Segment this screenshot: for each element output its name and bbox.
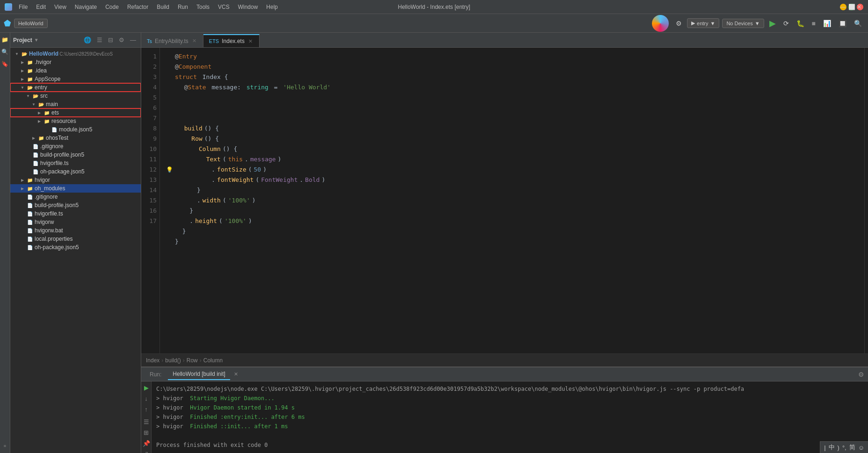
tab-index-close[interactable]: ✕ [247, 38, 253, 45]
tree-main-label: main [46, 101, 58, 108]
activity-project-icon[interactable]: 📁 [1, 36, 9, 44]
tree-item-appscope[interactable]: ▶ 📁 AppScope [10, 75, 141, 83]
tree-item-oh-modules[interactable]: ▶ 📁 oh_modules [10, 184, 141, 193]
tree-item-build-profile-entry[interactable]: ▶ 📄 build-profile.json5 [10, 151, 141, 159]
tab-helloworld-build[interactable]: HelloWorld [build init] [168, 369, 230, 380]
menu-build[interactable]: Build [153, 3, 173, 11]
entry-selector[interactable]: ▶ entry ▼ [687, 18, 719, 28]
breadcrumb-column[interactable]: Column [203, 357, 223, 364]
menu-run[interactable]: Run [174, 3, 192, 11]
tree-item-ohostest[interactable]: ▶ 📁 ohosTest [10, 134, 141, 142]
run-print-icon[interactable]: 🖨 [142, 450, 150, 453]
activity-search-icon[interactable]: 🔍 [1, 48, 9, 56]
tree-item-resources[interactable]: ▶ 📁 resources [10, 117, 141, 125]
tab-entry-ability-close[interactable]: ✕ [191, 37, 197, 44]
breadcrumb: Index › build() › Row › Column [141, 353, 868, 367]
run-list-icon[interactable]: ☰ [143, 417, 150, 426]
ime-item-4[interactable]: 简 [849, 443, 855, 452]
tree-item-hvigorw-bat[interactable]: ▶ 📄 hvigorw.bat [10, 226, 141, 235]
minimize-button[interactable]: — [840, 4, 846, 10]
menu-window[interactable]: Window [234, 3, 262, 11]
tree-item-build-profile[interactable]: ▶ 📄 build-profile.json5 [10, 201, 141, 209]
run-align-icon[interactable]: ⊞ [143, 428, 150, 437]
menu-view[interactable]: View [51, 3, 70, 11]
project-dropdown[interactable]: ▼ [34, 37, 39, 43]
project-list-icon[interactable]: ☰ [95, 36, 104, 44]
tree-item-hvigorw[interactable]: ▶ 📄 hvigorw [10, 218, 141, 226]
settings-icon[interactable]: ⚙ [673, 18, 684, 29]
tree-item-gitignore[interactable]: ▶ 📄 .gitignore [10, 193, 141, 201]
tree-idea-label: .idea [35, 67, 47, 74]
tab-run-label[interactable]: Run: [145, 369, 166, 380]
ime-item-3[interactable]: °, [842, 444, 846, 451]
run-down-icon[interactable]: ↓ [144, 394, 149, 403]
menu-refactor[interactable]: Refactor [123, 3, 152, 11]
breadcrumb-row[interactable]: Row [187, 357, 198, 364]
ime-item-5[interactable]: ☺ [858, 444, 864, 451]
tree-item-hvigor2[interactable]: ▶ 📁 hvigor [10, 176, 141, 184]
maximize-button[interactable]: ⬜ [848, 4, 855, 10]
project-settings-icon[interactable]: ⚙ [117, 36, 126, 44]
search-toolbar-icon[interactable]: 🔍 [852, 18, 864, 29]
menu-edit[interactable]: Edit [32, 3, 50, 11]
tree-item-oh-package-entry[interactable]: ▶ 📄 oh-package.json5 [10, 167, 141, 176]
tree-item-idea[interactable]: ▶ 📁 .idea [10, 66, 141, 75]
file-tree: ▼ 📂 HelloWorld C:\Users\28259\DevEcoS ▶ … [10, 48, 141, 453]
close-button[interactable]: ✕ [857, 4, 863, 10]
no-devices-selector[interactable]: No Devices ▼ [722, 19, 764, 28]
tree-root[interactable]: ▼ 📂 HelloWorld C:\Users\28259\DevEcoS [10, 50, 141, 58]
sync-icon[interactable]: ⟳ [781, 18, 791, 29]
breadcrumb-build[interactable]: build() [165, 357, 181, 364]
title-bar: File Edit View Navigate Code Refactor Bu… [0, 0, 868, 14]
tree-item-src[interactable]: ▼ 📂 src [10, 92, 141, 100]
breadcrumb-sep-3: › [200, 357, 202, 364]
coverage-icon[interactable]: 🔲 [836, 18, 849, 29]
tree-item-hvigor[interactable]: ▶ 📁 .hvigor [10, 58, 141, 66]
stop-icon[interactable]: ■ [810, 18, 818, 29]
breadcrumb-index[interactable]: Index [146, 357, 159, 364]
run-button[interactable]: ▶ [767, 17, 778, 30]
bottom-settings-icon[interactable]: ⚙ [858, 371, 864, 378]
project-globe-icon[interactable]: 🌐 [82, 36, 93, 44]
tree-item-local-properties[interactable]: ▶ 📄 local.properties [10, 235, 141, 243]
activity-structure-icon[interactable]: ≡ [1, 442, 9, 450]
tree-item-main[interactable]: ▼ 📂 main [10, 100, 141, 108]
tree-item-oh-package[interactable]: ▶ 📄 oh-package.json5 [10, 243, 141, 252]
menu-help[interactable]: Help [262, 3, 282, 11]
gutter-10-bulb[interactable]: 💡 [166, 165, 173, 175]
menu-vcs[interactable]: VCS [214, 3, 233, 11]
tree-item-hvigorfile[interactable]: ▶ 📄 hvigorfile.ts [10, 209, 141, 218]
tree-item-hvigorfile-entry[interactable]: ▶ 📄 hvigorfile.ts [10, 159, 141, 167]
code-line-13: .width('100%') [166, 195, 859, 206]
code-line-1: @Entry [166, 51, 859, 62]
tree-item-ets[interactable]: ▶ 📁 ets [10, 108, 141, 117]
tree-item-module-json5[interactable]: ▶ 📄 module.json5 [10, 125, 141, 134]
right-scroll[interactable] [864, 48, 868, 353]
ime-item-2[interactable]: ) [838, 444, 839, 451]
tree-item-entry[interactable]: ▼ 📂 entry [10, 83, 141, 92]
project-collapse-icon[interactable]: ⊟ [106, 36, 115, 44]
menu-tools[interactable]: Tools [193, 3, 213, 11]
menu-code[interactable]: Code [101, 3, 123, 11]
tab-index-ets[interactable]: ETS Index.ets ✕ [203, 34, 260, 47]
tree-build-profile-icon: 📄 [27, 202, 33, 209]
tab-build-close[interactable]: ✕ [232, 371, 240, 377]
profile-icon[interactable]: 📊 [821, 18, 833, 29]
run-play-icon[interactable]: ▶ [143, 383, 150, 392]
code-content[interactable]: @Entry @Component struct Index { @State … [160, 48, 864, 353]
menu-file[interactable]: File [15, 3, 31, 11]
tab-entry-ability[interactable]: Ts EntryAbility.ts ✕ [141, 34, 203, 47]
code-editor: 1 2 3 4 5 6 7 8 9 10 11 12 13 14 15 16 1… [141, 48, 868, 353]
ime-item-0[interactable]: | [824, 444, 825, 451]
tree-appscope-label: AppScope [35, 76, 60, 82]
gutter-15 [166, 216, 173, 226]
activity-bookmarks-icon[interactable]: 🔖 [1, 60, 9, 68]
ai-avatar[interactable] [652, 15, 669, 32]
menu-navigate[interactable]: Navigate [71, 3, 101, 11]
run-up-icon[interactable]: ↑ [144, 405, 149, 414]
run-pin-icon[interactable]: 📌 [142, 439, 151, 448]
tree-item-gitignore-entry[interactable]: ▶ 📄 .gitignore [10, 142, 141, 151]
project-close-icon[interactable]: — [128, 36, 138, 44]
debug-icon[interactable]: 🐛 [794, 18, 807, 29]
ime-item-1[interactable]: 中 [829, 443, 835, 452]
